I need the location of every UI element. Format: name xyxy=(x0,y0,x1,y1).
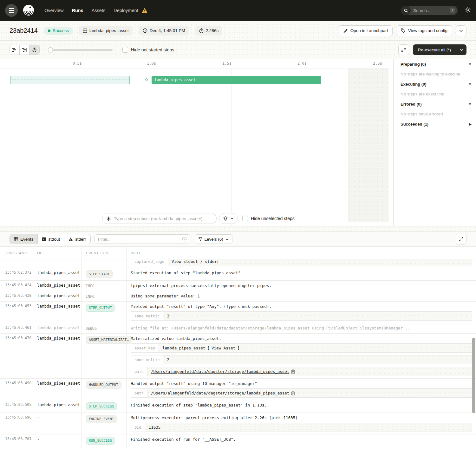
panel-resize-handle[interactable] xyxy=(0,226,476,232)
log-filter-input[interactable] xyxy=(98,237,182,242)
nav-item-overview[interactable]: Overview xyxy=(44,8,63,13)
event-type-badge: ENGINE_EVENT xyxy=(86,415,117,423)
logs-fullscreen-button[interactable] xyxy=(456,234,466,244)
view-tags-config-button[interactable]: View tags and config xyxy=(396,25,452,36)
levels-filter-button[interactable]: Levels (6) xyxy=(195,234,232,244)
deployment-warning-icon[interactable] xyxy=(141,8,148,13)
gantt-view-mode-group xyxy=(10,45,40,55)
log-op: - xyxy=(33,447,82,449)
metadata-text: [ xyxy=(207,346,210,350)
nav-item-deployment[interactable]: Deployment xyxy=(114,8,138,13)
log-event-type: ENGINE_EVENT xyxy=(82,447,127,449)
step-start-marker-icon[interactable] xyxy=(145,78,148,81)
sidebar-section-errored[interactable]: Errored (0) ▼ xyxy=(394,99,476,109)
nav-item-assets[interactable]: Assets xyxy=(92,8,106,13)
metadata-text: ] xyxy=(237,346,240,350)
log-timestamp: 13:45:03.716 xyxy=(0,447,33,449)
log-op xyxy=(33,259,82,268)
view-mode-flat-icon[interactable] xyxy=(10,45,20,55)
hide-unselected-checkbox[interactable] xyxy=(242,216,248,221)
sidebar-section-succeeded[interactable]: Succeeded (1) ▶ xyxy=(394,119,476,129)
log-row[interactable]: 13:45:03.438lambda_pipes_assetINFOUsing … xyxy=(0,291,476,302)
hide-not-started-checkbox[interactable] xyxy=(122,47,128,53)
log-row[interactable]: 13:45:03.453lambda_pipes_assetSTEP_OUTPU… xyxy=(0,302,476,323)
run-job-pill[interactable]: lambda_pipes_asset xyxy=(79,26,133,36)
logs-toolbar: Events stdout stderr Levels (6) xyxy=(0,232,476,246)
log-row[interactable]: captured_logsView stdout / stderr xyxy=(0,259,476,268)
dagster-logo-icon[interactable] xyxy=(22,3,36,17)
reexecute-all-button[interactable]: Re-execute all (*) xyxy=(413,44,456,55)
error-triangle-icon xyxy=(68,237,73,241)
run-status-badge[interactable]: Success xyxy=(44,27,73,35)
gantt-step-bar[interactable]: lambda_pipes_asset xyxy=(152,76,321,84)
log-row[interactable]: 13:45:03.470lambda_pipes_assetASSET_MATE… xyxy=(0,334,476,379)
copy-icon[interactable] xyxy=(291,391,295,395)
log-timestamp xyxy=(0,259,33,268)
metadata-entry: captured_logsView stdout / stderr xyxy=(131,259,472,266)
graph-query-toggle-button[interactable] xyxy=(219,213,238,224)
caret-icon: ▼ xyxy=(468,62,472,66)
step-subset-box[interactable] xyxy=(102,213,217,224)
tab-stdout[interactable]: stdout xyxy=(38,234,64,244)
axis-tick: 2.0s xyxy=(297,61,307,66)
metadata-link[interactable]: View Asset xyxy=(212,346,235,350)
reexecute-dropdown-button[interactable] xyxy=(456,44,466,55)
step-subset-input[interactable] xyxy=(114,216,212,221)
hide-not-started-label: Hide not started steps xyxy=(131,47,174,52)
logs-vertical-scrollbar[interactable] xyxy=(472,338,475,413)
gridline xyxy=(156,68,156,226)
caret-icon: ▶ xyxy=(469,122,472,126)
tab-stderr[interactable]: stderr xyxy=(64,234,90,244)
view-mode-timed-icon[interactable] xyxy=(29,45,39,55)
settings-gear-icon[interactable] xyxy=(465,7,471,14)
status-dot-icon xyxy=(48,29,50,32)
metadata-entry: path/Users/alangenfeld/data/dagster/stor… xyxy=(131,367,472,376)
log-row[interactable]: 13:45:03.696-ENGINE_EVENTMultiprocess ex… xyxy=(0,413,476,434)
log-row[interactable]: 13:45:03.498lambda_pipes_assetHANDLED_OU… xyxy=(0,379,476,400)
log-row[interactable]: 13:45:03.424lambda_pipes_assetINFO[pipes… xyxy=(0,281,476,291)
view-mode-waterfall-icon[interactable] xyxy=(20,45,29,55)
column-header-op: OP xyxy=(33,247,82,259)
gantt-toolbar: Hide not started steps Re-execute all (*… xyxy=(0,41,476,59)
tab-events[interactable]: Events xyxy=(10,234,38,244)
clear-filter-icon[interactable] xyxy=(182,237,187,242)
nav-item-runs[interactable]: Runs xyxy=(72,8,83,13)
log-row[interactable]: 13:45:03.701-RUN_SUCCESSFinished executi… xyxy=(0,434,476,447)
log-row[interactable]: 13:45:03.716-ENGINE_EVENTProcess for run… xyxy=(0,447,476,449)
sidebar-section-executing[interactable]: Executing (0) ▼ xyxy=(394,79,476,89)
event-type-badge: STEP_START xyxy=(86,270,113,278)
column-header-info: INFO xyxy=(127,247,476,259)
log-filter-box[interactable] xyxy=(95,234,190,244)
copy-icon[interactable] xyxy=(291,369,295,374)
log-timestamp: 13:45:03.470 xyxy=(0,334,33,378)
metadata-entry: some_metric2 xyxy=(131,355,472,364)
run-duration-pill[interactable]: 2.286s xyxy=(195,26,223,36)
log-row[interactable]: 13:45:03.505lambda_pipes_assetSTEP_SUCCE… xyxy=(0,400,476,413)
metadata-text: 11635 xyxy=(149,425,161,430)
event-type-text: INFO xyxy=(86,294,95,299)
log-event-type: HANDLED_OUTPUT xyxy=(82,379,127,400)
gantt-zoom-slider[interactable] xyxy=(48,47,113,52)
op-selector-icon xyxy=(106,216,111,221)
run-start-time-pill[interactable]: Dec 4, 1:45:01 PM xyxy=(139,26,189,36)
log-info: Finished execution of run for "__ASSET_J… xyxy=(127,434,476,447)
slider-handle[interactable] xyxy=(48,47,53,52)
run-actions-dropdown-button[interactable] xyxy=(456,25,466,36)
event-type-text: DEBUG xyxy=(86,326,97,331)
metadata-link[interactable]: /Users/alangenfeld/data/dagster/storage/… xyxy=(151,391,290,395)
gantt-fullscreen-button[interactable] xyxy=(398,44,409,55)
log-info: Multiprocess executor: parent process ex… xyxy=(127,413,476,434)
log-row[interactable]: 13:45:02.372lambda_pipes_assetSTEP_START… xyxy=(0,268,476,281)
log-event-type: DEBUG xyxy=(82,323,127,333)
metadata-link[interactable]: /Users/alangenfeld/data/dagster/storage/… xyxy=(151,369,290,374)
search-input[interactable] xyxy=(413,8,445,13)
global-search[interactable]: / xyxy=(401,6,458,15)
log-info-text: [pipes] external process successfully op… xyxy=(131,283,472,288)
open-in-launchpad-button[interactable]: Open in Launchpad xyxy=(339,25,393,36)
column-header-timestamp: TIMESTAMP xyxy=(0,247,33,259)
log-row[interactable]: 13:45:03.461lambda_pipes_assetDEBUGWriti… xyxy=(0,323,476,334)
hamburger-menu-icon[interactable] xyxy=(5,4,18,17)
gantt-chart[interactable]: 0.5s 1.0s 1.5s 2.0s 2.5s lambda_pipes_as… xyxy=(0,59,393,226)
metadata-key: path xyxy=(131,389,147,397)
sidebar-section-preparing[interactable]: Preparing (0) ▼ xyxy=(394,59,476,69)
